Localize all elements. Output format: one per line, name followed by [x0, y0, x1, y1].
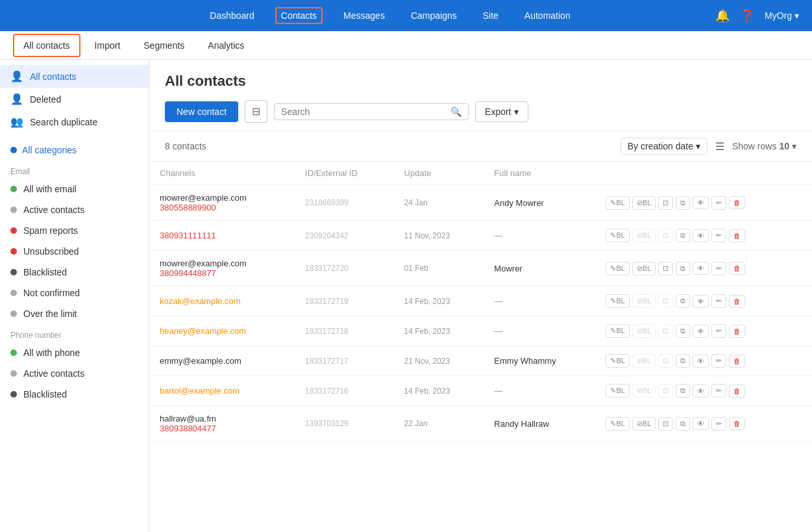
sidebar-item-all-contacts[interactable]: 👤 All contacts: [0, 65, 149, 88]
view-button[interactable]: 👁: [693, 417, 709, 430]
block-button[interactable]: ⊡: [658, 294, 673, 308]
filter-button[interactable]: ⊟: [245, 100, 267, 123]
edit-button[interactable]: ✏: [711, 196, 726, 210]
blacklist-icon: ⊘BL: [637, 420, 651, 428]
view-button[interactable]: 👁: [693, 355, 709, 368]
contact-email[interactable]: hallraw@ua.fm: [160, 414, 284, 424]
blacklist-button[interactable]: ⊘BL: [632, 324, 656, 338]
sidebar-item-all-categories[interactable]: All categories: [0, 140, 149, 160]
edit-subscription-button[interactable]: ✎BL: [606, 324, 629, 338]
edit-subscription-button[interactable]: ✎BL: [606, 262, 629, 275]
sidebar-item-over-the-limit[interactable]: Over the limit: [0, 303, 149, 324]
edit-button[interactable]: ✏: [711, 324, 726, 338]
contact-email[interactable]: emmy@example.com: [160, 356, 284, 366]
delete-button[interactable]: 🗑: [729, 385, 745, 398]
delete-button[interactable]: 🗑: [729, 417, 745, 430]
edit-subscription-button[interactable]: ✎BL: [606, 294, 629, 308]
sidebar-item-all-with-phone[interactable]: All with phone: [0, 342, 149, 363]
org-selector[interactable]: MyOrg ▾: [765, 10, 799, 21]
edit-subscription-button[interactable]: ✎BL: [606, 384, 629, 398]
nav-messages[interactable]: Messages: [338, 8, 390, 23]
copy-button[interactable]: ⧉: [676, 196, 690, 210]
view-button[interactable]: 👁: [693, 229, 709, 242]
subnav-segments[interactable]: Segments: [134, 35, 193, 56]
edit-subscription-button[interactable]: ✎BL: [606, 417, 629, 431]
sidebar-item-deleted[interactable]: 👤 Deleted: [0, 88, 149, 110]
contact-email[interactable]: mowrer@example.com: [160, 193, 284, 203]
edit-button[interactable]: ✏: [711, 384, 726, 398]
edit-button[interactable]: ✏: [711, 262, 726, 275]
view-button[interactable]: 👁: [693, 295, 709, 308]
block-button[interactable]: ⊡: [658, 324, 673, 338]
contact-email[interactable]: bartol@example.com: [160, 386, 284, 396]
delete-button[interactable]: 🗑: [729, 196, 745, 209]
copy-button[interactable]: ⧉: [676, 294, 690, 308]
copy-button[interactable]: ⧉: [676, 262, 690, 275]
nav-site[interactable]: Site: [478, 8, 504, 23]
edit-subscription-button[interactable]: ✎BL: [606, 229, 629, 242]
copy-button[interactable]: ⧉: [676, 354, 690, 368]
columns-icon[interactable]: ☰: [715, 140, 724, 153]
blacklist-button[interactable]: ⊘BL: [632, 262, 656, 275]
block-button[interactable]: ⊡: [658, 417, 673, 431]
blacklist-button[interactable]: ⊘BL: [632, 196, 656, 210]
sidebar-item-blacklisted-email[interactable]: Blacklisted: [0, 262, 149, 283]
sidebar-item-not-confirmed[interactable]: Not confirmed: [0, 283, 149, 303]
block-button[interactable]: ⊡: [658, 354, 673, 368]
blacklist-button[interactable]: ⊘BL: [632, 384, 656, 398]
edit-button[interactable]: ✏: [711, 354, 726, 368]
delete-button[interactable]: 🗑: [729, 229, 745, 242]
show-rows-control[interactable]: Show rows 10 ▾: [732, 141, 796, 151]
delete-button[interactable]: 🗑: [729, 325, 745, 338]
copy-button[interactable]: ⧉: [676, 384, 690, 398]
sidebar-item-spam-reports[interactable]: Spam reports: [0, 220, 149, 241]
export-button[interactable]: Export ▾: [475, 101, 528, 122]
blacklist-button[interactable]: ⊘BL: [632, 354, 656, 368]
sidebar-item-unsubscribed[interactable]: Unsubscribed: [0, 241, 149, 262]
delete-button[interactable]: 🗑: [729, 262, 745, 275]
contact-email[interactable]: kozak@example.com: [160, 296, 284, 306]
cell-actions: ✎BL⊘BL⊡⧉👁✏🗑: [595, 406, 812, 442]
new-contact-button[interactable]: New contact: [165, 101, 238, 122]
block-button[interactable]: ⊡: [658, 384, 673, 398]
nav-automation[interactable]: Automation: [519, 8, 576, 23]
subnav-all-contacts[interactable]: All contacts: [13, 34, 80, 57]
contact-email[interactable]: heaney@example.com: [160, 326, 284, 336]
delete-button[interactable]: 🗑: [729, 295, 745, 308]
help-icon[interactable]: ❓: [740, 8, 754, 23]
nav-campaigns[interactable]: Campaigns: [406, 8, 462, 23]
sidebar-item-all-with-email[interactable]: All with email: [0, 179, 149, 199]
sidebar-item-active-contacts-phone[interactable]: Active contacts: [0, 363, 149, 384]
delete-button[interactable]: 🗑: [729, 355, 745, 368]
view-button[interactable]: 👁: [693, 196, 709, 209]
notifications-icon[interactable]: 🔔: [715, 8, 730, 23]
edit-subscription-button[interactable]: ✎BL: [606, 354, 629, 368]
blacklist-button[interactable]: ⊘BL: [632, 229, 656, 242]
edit-subscription-button[interactable]: ✎BL: [606, 196, 629, 210]
subnav-import[interactable]: Import: [86, 35, 130, 56]
copy-button[interactable]: ⧉: [676, 324, 690, 338]
copy-button[interactable]: ⧉: [676, 417, 690, 431]
sidebar-item-search-duplicate[interactable]: 👥 Search duplicate: [0, 110, 149, 133]
block-button[interactable]: ⊡: [658, 196, 673, 210]
contact-email[interactable]: mowrer@example.com: [160, 259, 284, 268]
edit-button[interactable]: ✏: [711, 417, 726, 431]
edit-button[interactable]: ✏: [711, 229, 726, 242]
view-button[interactable]: 👁: [693, 385, 709, 398]
nav-contacts[interactable]: Contacts: [275, 7, 323, 24]
sidebar-item-active-contacts-email[interactable]: Active contacts: [0, 199, 149, 220]
blacklist-button[interactable]: ⊘BL: [632, 417, 656, 431]
edit-sub-icon: ✎BL: [610, 357, 624, 365]
block-button[interactable]: ⊡: [658, 262, 673, 275]
block-button[interactable]: ⊡: [658, 229, 673, 242]
edit-button[interactable]: ✏: [711, 294, 726, 308]
blacklist-button[interactable]: ⊘BL: [632, 294, 656, 308]
copy-button[interactable]: ⧉: [676, 229, 690, 242]
nav-dashboard[interactable]: Dashboard: [204, 8, 260, 23]
subnav-analytics[interactable]: Analytics: [199, 35, 253, 56]
sidebar-item-blacklisted-phone[interactable]: Blacklisted: [0, 384, 149, 405]
sort-by-button[interactable]: By creation date ▾: [621, 138, 707, 155]
search-input[interactable]: [281, 107, 450, 117]
view-button[interactable]: 👁: [693, 262, 709, 275]
view-button[interactable]: 👁: [693, 325, 709, 338]
